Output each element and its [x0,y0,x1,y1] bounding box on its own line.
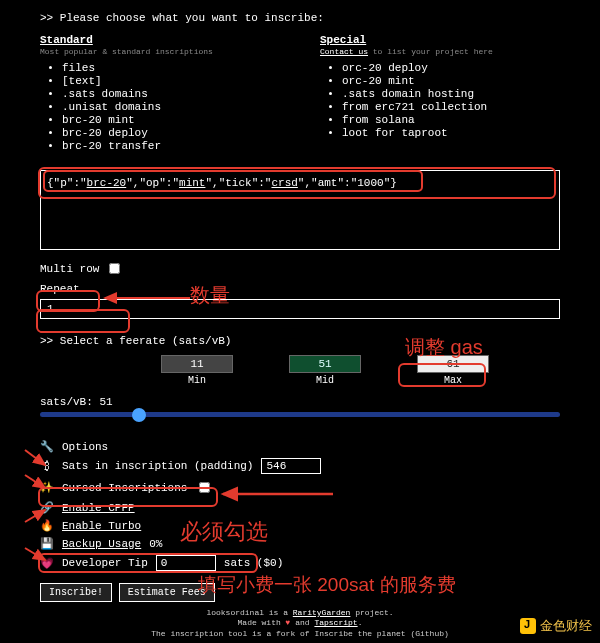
feerate-label: >> Select a feerate (sats/vB) [40,335,560,347]
feerate-mid-button[interactable]: 51 Mid [289,355,361,386]
multirow-label: Multi row [40,263,99,275]
feerate-slider[interactable] [40,412,560,426]
btc-icon: ₿ [40,460,54,473]
special-column: Special Contact us to list your project … [320,34,560,162]
options-header: Options [62,441,108,453]
standard-subtitle: Most popular & standard inscriptions [40,47,280,56]
feerate-max-button[interactable]: 61 Max [417,355,489,386]
list-item[interactable]: brc-20 transfer [62,140,280,152]
special-subtitle: Contact us to list your project here [320,47,560,56]
special-list: orc-20 deploy orc-20 mint .sats domain h… [320,62,560,139]
cpfp-label[interactable]: Enable CPFP [62,502,135,514]
contact-link[interactable]: Contact us [320,47,368,56]
multirow-checkbox[interactable] [109,263,120,274]
list-item[interactable]: [text] [62,75,280,87]
cursed-label: Cursed Inscriptions [62,482,187,494]
backup-label[interactable]: Backup Usage [62,538,141,550]
watermark: 金色财经 [520,617,592,635]
watermark-text: 金色财经 [540,617,592,635]
tip-suffix: sats ($0) [224,557,283,569]
cursed-checkbox[interactable] [199,482,210,493]
page-prompt: >> Please choose what you want to inscri… [40,12,560,24]
chain-icon: 🔗 [40,501,54,514]
list-item[interactable]: .unisat domains [62,101,280,113]
disk-icon: 💾 [40,537,54,550]
list-item[interactable]: .sats domain hosting [342,88,560,100]
slider-knob-icon[interactable] [132,408,146,422]
list-item[interactable]: brc-20 mint [62,114,280,126]
turbo-label[interactable]: Enable Turbo [62,520,141,532]
feerate-max-label: Max [417,375,489,386]
repeat-input[interactable] [40,299,560,319]
list-item[interactable]: from solana [342,114,560,126]
list-item[interactable]: brc-20 deploy [62,127,280,139]
backup-value: 0% [149,538,162,550]
tip-input[interactable] [156,555,216,571]
feerate-current: sats/vB: 51 [40,396,560,408]
list-item[interactable]: .sats domains [62,88,280,100]
list-item[interactable]: from erc721 collection [342,101,560,113]
standard-column: Standard Most popular & standard inscrip… [40,34,280,162]
feerate-min-label: Min [161,375,233,386]
feerate-min-value: 11 [161,355,233,373]
list-item[interactable]: orc-20 mint [342,75,560,87]
repeat-label: Repeat [40,283,560,295]
standard-title: Standard [40,34,280,46]
raritygarden-link[interactable]: RarityGarden [293,608,351,617]
list-item[interactable]: loot for taproot [342,127,560,139]
feerate-max-value: 61 [417,355,489,373]
fire-icon: 🔥 [40,519,54,532]
heart-icon: 💗 [40,557,54,570]
feerate-min-button[interactable]: 11 Min [161,355,233,386]
watermark-logo-icon [520,618,536,634]
special-title: Special [320,34,560,46]
padding-label: Sats in inscription (padding) [62,460,253,472]
padding-input[interactable] [261,458,321,474]
footer: looksordinal is a RarityGarden project. … [0,608,600,639]
cursed-icon: ✨ [40,481,54,494]
estimate-fees-button[interactable]: Estimate Fees [119,583,215,602]
inscribe-button[interactable]: Inscribe! [40,583,112,602]
contact-suffix: to list your project here [368,47,493,56]
feerate-mid-label: Mid [289,375,361,386]
tapscript-link[interactable]: Tapscript [314,618,357,627]
feerate-mid-value: 51 [289,355,361,373]
list-item[interactable]: files [62,62,280,74]
list-item[interactable]: orc-20 deploy [342,62,560,74]
annotation-box-json-inner [43,170,423,192]
wrench-icon: 🔧 [40,440,54,453]
tip-label: Developer Tip [62,557,148,569]
standard-list: files [text] .sats domains .unisat domai… [40,62,280,152]
